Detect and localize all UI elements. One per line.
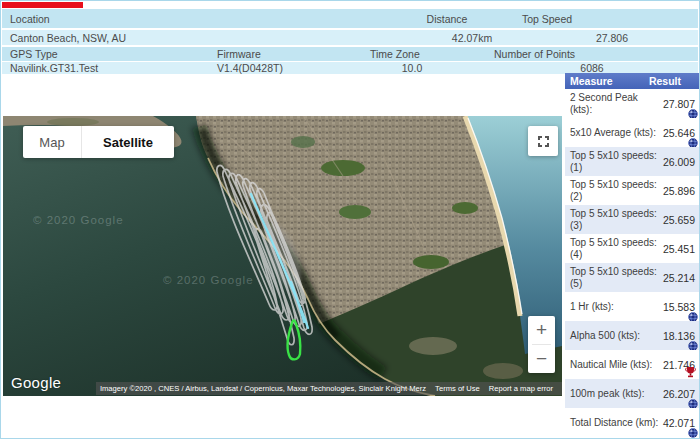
google-watermark: © 2020 Google (33, 214, 124, 226)
measure-label: Top 5 5x10 speeds: (5) (570, 266, 661, 289)
result-row-1hr: 1 Hr (kts): 15.583 (565, 292, 699, 321)
map-type-control: Map Satellite (23, 126, 174, 158)
trophy-icon[interactable] (685, 366, 696, 378)
terms-of-use-link[interactable]: Terms of Use (435, 384, 480, 393)
result-row-top5-2: Top 5 5x10 speeds: (2) 25.896 (565, 176, 699, 205)
results-table: Measure Result 2 Second Peak (kts): 27.8… (565, 73, 699, 437)
fullscreen-button[interactable] (528, 126, 558, 156)
google-logo[interactable]: Google (11, 374, 61, 391)
info-header-row-1: Location Distance Top Speed (2, 9, 698, 28)
loading-bar (2, 2, 83, 8)
info-header-row-2: GPS Type Firmware Time Zone Number of Po… (2, 47, 698, 61)
location-value: Canton Beach, NSW, AU (10, 32, 126, 44)
measure-value: 25.646 (663, 127, 695, 139)
result-row-2-second-peak: 2 Second Peak (kts): 27.807 (565, 89, 699, 118)
measure-value: 27.807 (663, 98, 695, 110)
fullscreen-icon (537, 135, 550, 148)
result-row-top5-5: Top 5 5x10 speeds: (5) 25.214 (565, 263, 699, 292)
results-header-row: Measure Result (565, 73, 699, 89)
firmware-value: V1.4(D0428T) (217, 62, 283, 74)
report-map-error-link[interactable]: Report a map error (489, 384, 553, 393)
measure-value: 25.451 (663, 243, 695, 255)
gps-type-value: Navilink.GT31.Test (10, 62, 98, 74)
map-zoom-control: + − (528, 316, 555, 373)
measure-label: Nautical Mile (kts): (570, 359, 661, 371)
measure-value: 18.136 (663, 330, 695, 342)
measure-label: Total Distance (km): (570, 417, 661, 429)
measure-label: 5x10 Average (kts): (570, 127, 661, 139)
measure-value: 25.896 (663, 185, 695, 197)
result-row-top5-1: Top 5 5x10 speeds: (1) 26.009 (565, 147, 699, 176)
measure-label: 100m peak (kts): (570, 388, 661, 400)
measure-value: 25.214 (663, 272, 695, 284)
measure-value: 42.071 (663, 417, 695, 429)
result-header: Result (649, 75, 699, 87)
result-row-100m-peak: 100m peak (kts): 26.207 (565, 379, 699, 408)
globe-icon[interactable] (688, 428, 698, 438)
measure-label: Top 5 5x10 speeds: (2) (570, 179, 661, 202)
measure-label: 1 Hr (kts): (570, 301, 661, 313)
measure-value: 15.583 (663, 301, 695, 313)
measure-header: Measure (565, 75, 649, 87)
top-speed-value: 27.806 (547, 32, 677, 44)
location-label: Location (10, 13, 50, 25)
measure-label: Top 5 5x10 speeds: (1) (570, 150, 661, 173)
time-zone-value: 10.0 (347, 62, 477, 74)
result-row-5x10-average: 5x10 Average (kts): 25.646 (565, 118, 699, 147)
firmware-label: Firmware (217, 48, 261, 60)
measure-label: Top 5 5x10 speeds: (4) (570, 237, 661, 260)
measure-value: 26.009 (663, 156, 695, 168)
zoom-in-button[interactable]: + (528, 316, 555, 344)
measure-label: Top 5 5x10 speeds: (3) (570, 208, 661, 231)
map-attribution-bar: Imagery ©2020 , CNES / Airbus, Landsat /… (96, 382, 562, 395)
measure-label: Alpha 500 (kts): (570, 330, 661, 342)
measure-label: 2 Second Peak (kts): (570, 92, 661, 115)
number-of-points-label: Number of Points (494, 48, 575, 60)
result-row-alpha-500: Alpha 500 (kts): 18.136 (565, 321, 699, 350)
time-zone-label: Time Zone (370, 48, 420, 60)
map-canvas[interactable]: Map Satellite + − © 2020 Google © 2020 G… (3, 116, 562, 396)
measure-value: 26.207 (663, 388, 695, 400)
info-value-row-1: Canton Beach, NSW, AU 42.07km 27.806 (2, 30, 698, 45)
zoom-out-button[interactable]: − (528, 345, 555, 373)
result-row-total-distance: Total Distance (km): 42.071 (565, 408, 699, 437)
measure-value: 25.659 (663, 214, 695, 226)
imagery-credits: Imagery ©2020 , CNES / Airbus, Landsat /… (100, 384, 426, 393)
gps-type-label: GPS Type (10, 48, 58, 60)
distance-value: 42.07km (407, 32, 537, 44)
top-speed-label: Top Speed (482, 13, 612, 25)
google-watermark: © 2020 Google (163, 274, 254, 286)
result-row-top5-3: Top 5 5x10 speeds: (3) 25.659 (565, 205, 699, 234)
map-view-button[interactable]: Map (23, 126, 82, 158)
gps-results-page: { "info_table": { "row1_headers": { "loc… (0, 0, 700, 439)
result-row-nautical-mile: Nautical Mile (kts): 21.746 (565, 350, 699, 379)
satellite-view-button[interactable]: Satellite (82, 126, 174, 158)
satellite-imagery (3, 116, 562, 396)
result-row-top5-4: Top 5 5x10 speeds: (4) 25.451 (565, 234, 699, 263)
